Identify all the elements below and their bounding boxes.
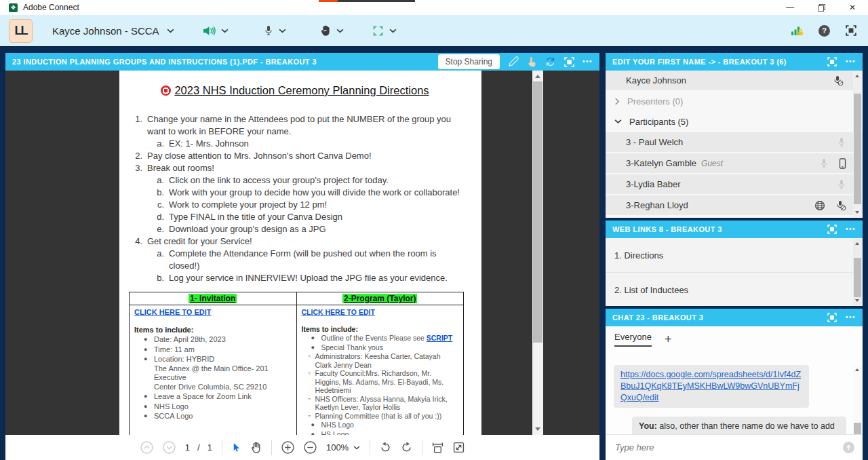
chevron-down-icon bbox=[167, 28, 174, 33]
group-label: Presenters (0) bbox=[627, 96, 683, 107]
scroll-down-icon[interactable] bbox=[855, 211, 859, 214]
scroll-down-icon[interactable] bbox=[855, 299, 859, 302]
chat-pod: CHAT 23 - BREAKOUT 3 ••• Everyone + http… bbox=[606, 309, 863, 460]
pdf-toolbar: 1 / 1 100% bbox=[5, 435, 599, 460]
attendee-name: Kayce Johnson bbox=[626, 75, 686, 85]
user-menu[interactable]: Kayce Johnson - SCCA bbox=[52, 25, 174, 37]
pdf-scrollbar-thumb[interactable] bbox=[533, 81, 542, 343]
hand-tool-icon[interactable] bbox=[250, 442, 262, 453]
prev-page-button[interactable] bbox=[140, 441, 153, 454]
doc-line: Change your name in the Attendees pod to… bbox=[147, 113, 462, 138]
pod-fullscreen-icon[interactable] bbox=[827, 225, 837, 234]
draw-pencil-icon[interactable] bbox=[508, 56, 519, 67]
pdf-scrollbar[interactable] bbox=[532, 71, 543, 435]
window-title: Adobe Connect bbox=[23, 3, 79, 12]
fit-width-icon[interactable] bbox=[432, 442, 443, 453]
doc-line: EX: 1- Mrs. Johnson bbox=[169, 138, 249, 150]
fit-page-icon[interactable] bbox=[453, 442, 465, 453]
next-page-button[interactable] bbox=[163, 441, 176, 454]
attendees-scrollbar[interactable] bbox=[853, 71, 862, 217]
doc-line: Complete the Attendance Form (will be pu… bbox=[169, 248, 462, 272]
breakout-share-menu[interactable] bbox=[372, 25, 397, 37]
pdf-viewport: 2023 NHS Induction Ceremony Planning Dir… bbox=[5, 71, 599, 435]
window-titlebar: ❖ Adobe Connect — ✕ bbox=[0, 0, 868, 15]
pod-menu-icon[interactable]: ••• bbox=[846, 226, 856, 233]
screen-share-indicator-strip bbox=[319, 0, 338, 2]
chat-link[interactable]: https://docs.google.com/spreadsheets/d/1… bbox=[620, 370, 801, 402]
attendee-row[interactable]: 3-Katelyn GambleGuest bbox=[606, 153, 863, 173]
scrollbar-thumb[interactable] bbox=[854, 258, 861, 297]
share-pod-header-icons: Stop Sharing ••• bbox=[438, 54, 593, 69]
attendee-row[interactable]: 3 - Paul Welch bbox=[606, 132, 863, 152]
select-tool-icon[interactable] bbox=[232, 442, 241, 453]
attendee-row-host[interactable]: Kayce Johnson bbox=[606, 71, 863, 90]
globe-icon bbox=[814, 200, 825, 211]
page-indicator: 1 / 1 bbox=[185, 442, 212, 453]
group-label: Participants (5) bbox=[629, 117, 688, 127]
fullscreen-icon[interactable] bbox=[846, 25, 856, 36]
rotate-cw-button[interactable] bbox=[401, 442, 412, 453]
scrollbar-thumb[interactable] bbox=[854, 94, 861, 204]
attendees-pod-header: EDIT YOUR FIRST NAME -> - BREAKOUT 3 (6)… bbox=[606, 53, 863, 71]
scroll-up-icon[interactable] bbox=[855, 75, 859, 77]
doc-line: Log your service in INNERVIEW! Upload th… bbox=[169, 272, 448, 284]
connection-status-icon[interactable] bbox=[791, 25, 803, 36]
chat-pod-header: CHAT 23 - BREAKOUT 3 ••• bbox=[606, 309, 863, 326]
adobe-connect-window: ❖ Adobe Connect — ✕ LL Kayce Johnson - S… bbox=[0, 0, 868, 460]
scroll-up-icon[interactable] bbox=[855, 242, 859, 245]
pod-fullscreen-icon[interactable] bbox=[827, 313, 837, 322]
weblink-item[interactable]: 2. List of Inductees bbox=[606, 273, 863, 306]
presenters-group-toggle[interactable]: Presenters (0) bbox=[606, 92, 863, 111]
zoom-out-button[interactable] bbox=[304, 441, 317, 454]
add-chat-tab-button[interactable]: + bbox=[665, 334, 672, 347]
attendee-name: 3-Katelyn Gamble bbox=[626, 158, 696, 168]
close-button[interactable]: ✕ bbox=[837, 0, 868, 15]
click-here-to-edit-link[interactable]: CLICK HERE TO EDIT bbox=[302, 308, 375, 316]
minimize-button[interactable]: — bbox=[774, 0, 806, 15]
restore-button[interactable] bbox=[806, 0, 837, 15]
attendee-row[interactable]: 3-Reghan Lloyd bbox=[606, 195, 863, 215]
raise-hand-menu[interactable] bbox=[320, 25, 344, 36]
scroll-up-icon[interactable] bbox=[855, 368, 859, 371]
pod-fullscreen-icon[interactable] bbox=[827, 57, 837, 66]
stop-sharing-button[interactable]: Stop Sharing bbox=[438, 54, 500, 69]
zoom-level-dropdown[interactable]: 100% bbox=[326, 442, 360, 453]
microphone-icon bbox=[264, 25, 273, 36]
chat-sender: You: bbox=[639, 421, 657, 431]
sync-arrows-icon[interactable] bbox=[545, 57, 556, 66]
help-icon[interactable]: ? bbox=[818, 25, 830, 37]
microphone-menu[interactable] bbox=[264, 25, 286, 36]
share-pod: 23 INDUCTION PLANNING GROUPS AND INSTRUC… bbox=[5, 53, 599, 460]
doc-line: Download your group's design as a JPG bbox=[169, 223, 326, 235]
click-here-to-edit-link[interactable]: CLICK HERE TO EDIT bbox=[134, 308, 211, 316]
scroll-up-icon[interactable] bbox=[535, 75, 540, 78]
weblink-item[interactable]: 1. Directions bbox=[606, 238, 863, 273]
attendees-pod: EDIT YOUR FIRST NAME -> - BREAKOUT 3 (6)… bbox=[606, 53, 863, 218]
scroll-down-icon[interactable] bbox=[535, 427, 540, 431]
rotate-ccw-button[interactable] bbox=[380, 442, 391, 453]
participants-group-toggle[interactable]: Participants (5) bbox=[606, 112, 863, 131]
pod-menu-icon[interactable]: ••• bbox=[846, 58, 856, 65]
doc-bullet-continuation: The Annex @ the Main Office- 201 Executi… bbox=[154, 364, 292, 383]
share-pod-header: 23 INDUCTION PLANNING GROUPS AND INSTRUC… bbox=[5, 53, 599, 71]
script-link[interactable]: SCRIPT bbox=[427, 334, 453, 342]
pointer-hand-icon[interactable] bbox=[527, 56, 536, 67]
chat-input[interactable] bbox=[614, 442, 843, 453]
doc-line: Get credit for your Service! bbox=[147, 235, 252, 248]
mic-muted-icon bbox=[835, 200, 846, 211]
speaker-menu[interactable] bbox=[203, 26, 229, 36]
doc-bullet: NHS Logo bbox=[321, 421, 354, 429]
weblinks-scrollbar[interactable] bbox=[853, 239, 862, 305]
window-controls: — ✕ bbox=[774, 0, 868, 15]
doc-sub-bullet: Administrators: Keesha Carter, Catayah C… bbox=[315, 352, 459, 369]
total-pages: 1 bbox=[208, 442, 212, 453]
send-message-icon[interactable] bbox=[843, 442, 854, 453]
pod-menu-icon[interactable]: ••• bbox=[583, 58, 593, 65]
zoom-in-button[interactable] bbox=[281, 441, 294, 454]
tab-everyone[interactable]: Everyone bbox=[614, 332, 652, 347]
pod-menu-icon[interactable]: ••• bbox=[846, 314, 856, 321]
attendee-row[interactable]: 3-Lydia Baber bbox=[606, 174, 863, 194]
program-cell: CLICK HERE TO EDIT Items to include: ●Ou… bbox=[296, 305, 464, 436]
doc-bullet: NHS Logo bbox=[154, 402, 189, 412]
pod-fullscreen-icon[interactable] bbox=[564, 57, 574, 67]
